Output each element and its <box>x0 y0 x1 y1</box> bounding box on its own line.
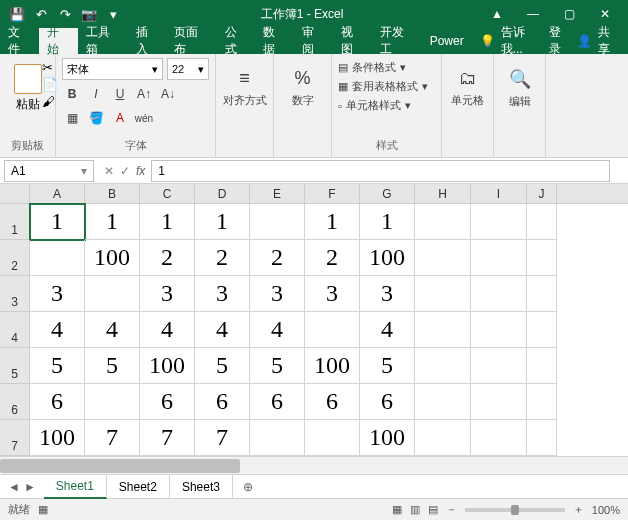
cell-style-button[interactable]: ▫单元格样式▾ <box>338 96 435 115</box>
cell[interactable]: 3 <box>360 276 415 312</box>
minimize-icon[interactable]: — <box>520 7 546 21</box>
cell[interactable]: 6 <box>360 384 415 420</box>
cell[interactable]: 2 <box>305 240 360 276</box>
sheet-nav-prev-icon[interactable]: ◄ <box>8 480 20 494</box>
cell[interactable]: 4 <box>30 312 85 348</box>
camera-icon[interactable]: 📷 <box>80 5 98 23</box>
cell[interactable] <box>471 384 527 420</box>
cancel-icon[interactable]: ✕ <box>104 164 114 178</box>
cell[interactable]: 5 <box>250 348 305 384</box>
cell[interactable]: 5 <box>30 348 85 384</box>
italic-button[interactable]: I <box>86 84 106 104</box>
fill-color-icon[interactable]: 🪣 <box>86 108 106 128</box>
cell[interactable]: 2 <box>250 240 305 276</box>
cell[interactable] <box>471 312 527 348</box>
login-link[interactable]: 登录 <box>549 24 571 58</box>
macro-icon[interactable]: ▦ <box>38 503 48 516</box>
ribbon-options-icon[interactable]: ▲ <box>484 7 510 21</box>
cell[interactable]: 1 <box>85 204 140 240</box>
cell[interactable] <box>30 240 85 276</box>
cell[interactable] <box>471 240 527 276</box>
tab-视图[interactable]: 视图 <box>333 28 372 54</box>
font-size-combo[interactable]: 22▾ <box>167 58 209 80</box>
cell[interactable]: 3 <box>305 276 360 312</box>
cells-button[interactable]: 🗂 单元格 <box>448 58 487 118</box>
cell[interactable]: 4 <box>360 312 415 348</box>
edit-button[interactable]: 🔍 编辑 <box>500 58 539 118</box>
align-button[interactable]: ≡ 对齐方式 <box>222 58 267 118</box>
save-icon[interactable]: 💾 <box>8 5 26 23</box>
phonetic-icon[interactable]: wén <box>134 108 154 128</box>
cell[interactable] <box>527 312 557 348</box>
tab-公式[interactable]: 公式 <box>217 28 256 54</box>
cell[interactable]: 7 <box>195 420 250 456</box>
cell[interactable]: 2 <box>140 240 195 276</box>
redo-icon[interactable]: ↷ <box>56 5 74 23</box>
tab-开始[interactable]: 开始 <box>39 28 78 54</box>
cell[interactable] <box>415 276 471 312</box>
formula-input[interactable]: 1 <box>151 160 610 182</box>
cell[interactable]: 4 <box>85 312 140 348</box>
cell[interactable] <box>527 420 557 456</box>
underline-button[interactable]: U <box>110 84 130 104</box>
cell[interactable]: 100 <box>85 240 140 276</box>
cell[interactable]: 6 <box>250 384 305 420</box>
cell[interactable]: 100 <box>30 420 85 456</box>
tab-审阅[interactable]: 审阅 <box>294 28 333 54</box>
row-header[interactable]: 3 <box>0 276 30 312</box>
col-header-J[interactable]: J <box>527 184 557 203</box>
tab-数据[interactable]: 数据 <box>255 28 294 54</box>
col-header-C[interactable]: C <box>140 184 195 203</box>
cell[interactable]: 3 <box>30 276 85 312</box>
cell[interactable]: 100 <box>360 240 415 276</box>
cell[interactable] <box>471 420 527 456</box>
cell[interactable]: 7 <box>85 420 140 456</box>
share-button[interactable]: 共享 <box>598 24 620 58</box>
cell[interactable] <box>527 276 557 312</box>
cell[interactable]: 3 <box>250 276 305 312</box>
zoom-in-icon[interactable]: ＋ <box>573 502 584 517</box>
sheet-tab[interactable]: Sheet2 <box>107 475 170 499</box>
cell[interactable] <box>415 348 471 384</box>
maximize-icon[interactable]: ▢ <box>556 7 582 21</box>
fx-icon[interactable]: fx <box>136 164 145 178</box>
cell[interactable]: 100 <box>140 348 195 384</box>
tab-页面布[interactable]: 页面布 <box>166 28 216 54</box>
sheet-tab[interactable]: Sheet1 <box>44 475 107 499</box>
cell[interactable]: 6 <box>140 384 195 420</box>
zoom-slider[interactable] <box>465 508 565 512</box>
cell[interactable]: 5 <box>360 348 415 384</box>
zoom-out-icon[interactable]: － <box>446 502 457 517</box>
cell[interactable] <box>85 276 140 312</box>
font-name-combo[interactable]: 宋体▾ <box>62 58 163 80</box>
row-header[interactable]: 5 <box>0 348 30 384</box>
font-color-icon[interactable]: A <box>110 108 130 128</box>
border-icon[interactable]: ▦ <box>62 108 82 128</box>
row-header[interactable]: 6 <box>0 384 30 420</box>
cell[interactable]: 100 <box>360 420 415 456</box>
cell[interactable] <box>527 384 557 420</box>
row-header[interactable]: 1 <box>0 204 30 240</box>
cell[interactable] <box>527 204 557 240</box>
cell[interactable]: 6 <box>195 384 250 420</box>
col-header-E[interactable]: E <box>250 184 305 203</box>
cell[interactable]: 4 <box>140 312 195 348</box>
cell[interactable] <box>305 420 360 456</box>
col-header-I[interactable]: I <box>471 184 527 203</box>
close-icon[interactable]: ✕ <box>592 7 618 21</box>
grow-font-icon[interactable]: A↑ <box>134 84 154 104</box>
col-header-B[interactable]: B <box>85 184 140 203</box>
format-painter-icon[interactable]: 🖌 <box>42 94 58 109</box>
enter-icon[interactable]: ✓ <box>120 164 130 178</box>
cell[interactable] <box>415 312 471 348</box>
cell[interactable]: 5 <box>85 348 140 384</box>
cell[interactable] <box>415 204 471 240</box>
scrollbar-thumb[interactable] <box>0 459 240 473</box>
name-box[interactable]: A1▾ <box>4 160 94 182</box>
cell[interactable] <box>471 348 527 384</box>
cell[interactable]: 1 <box>360 204 415 240</box>
cell[interactable] <box>415 240 471 276</box>
view-normal-icon[interactable]: ▦ <box>392 503 402 516</box>
cell[interactable]: 6 <box>30 384 85 420</box>
cell[interactable] <box>415 384 471 420</box>
